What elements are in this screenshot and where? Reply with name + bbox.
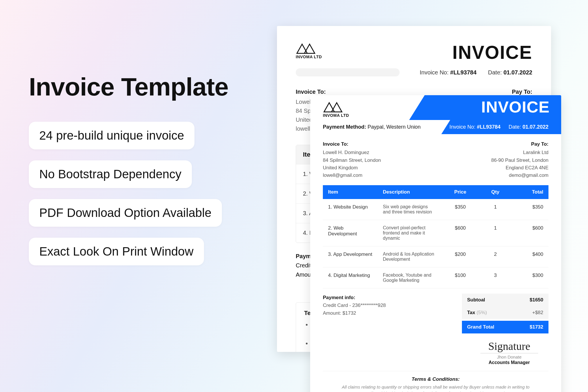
- table-row: 4. Digital Marketing Facebook, Youtube a…: [323, 267, 548, 288]
- mountain-icon: [323, 100, 343, 112]
- invoice-title: INVOICE: [452, 42, 532, 63]
- table-row: 1. Website Design Six web page designs a…: [323, 199, 548, 220]
- company-logo: INVOMA LTD: [323, 100, 349, 118]
- totals-block: Subtoal $1650 Tax (5%) +$82 Grand Total …: [462, 294, 548, 333]
- invoice-meta-bar: Payment Method: Paypal, Western Union In…: [310, 120, 561, 134]
- mountain-icon: [296, 42, 316, 54]
- table-row: 2. Web Development Convert pixel-perfect…: [323, 220, 548, 246]
- signature-block: Signature Jhon Donate Accounts Manager: [457, 333, 561, 368]
- payment-info: Payment info: Credit Card - 236*********…: [323, 294, 456, 333]
- invoice-items-table: Item Description Price Qty Total 1. Webs…: [323, 185, 548, 288]
- tax-row: Tax (5%) +$82: [462, 306, 548, 319]
- promo-panel: Invoice Template 24 pre-build unique inv…: [29, 72, 248, 276]
- invoice-banner: INVOMA LTD INVOICE: [310, 95, 561, 120]
- feature-pill: PDF Download Option Available: [29, 199, 222, 227]
- page-title: Invoice Template: [29, 72, 248, 102]
- signatory-name: Jhon Donate: [470, 355, 548, 359]
- col-item: Item: [323, 185, 378, 199]
- col-description: Description: [378, 185, 441, 199]
- grand-total-row: Grand Total $1732: [462, 321, 548, 333]
- table-row: 3. App Development Android & Ios Applica…: [323, 246, 548, 267]
- feature-pill: Exact Look On Print Window: [29, 238, 204, 265]
- signatory-role: Accounts Manager: [470, 360, 548, 365]
- feature-pill: 24 pre-build unique invoice: [29, 122, 194, 149]
- invoice-title: INVOICE: [481, 97, 550, 116]
- col-total: Total: [511, 185, 548, 199]
- invoice-to-block: Invoice To: Lowell H. Dominguez 84 Spilm…: [323, 140, 381, 179]
- company-name: INVOMA LTD: [323, 113, 349, 118]
- company-logo: INVOMA LTD: [296, 42, 322, 59]
- signature-text: Signature: [480, 340, 538, 353]
- col-price: Price: [441, 185, 480, 199]
- pay-to-block: Pay To: Laralink Ltd 86-90 Paul Street, …: [491, 140, 548, 179]
- company-name: INVOMA LTD: [296, 55, 322, 59]
- feature-pill: No Bootstrap Dependency: [29, 160, 192, 188]
- terms-block: Terms & Conditions: All claims relating …: [323, 371, 548, 392]
- invoice-preview-front: INVOMA LTD INVOICE Payment Method: Paypa…: [310, 95, 561, 392]
- subtotal-row: Subtoal $1650: [462, 294, 548, 306]
- col-qty: Qty: [480, 185, 511, 199]
- invoice-meta-bar: Invoice No: #LL93784 Date: 01.07.2022: [296, 68, 532, 76]
